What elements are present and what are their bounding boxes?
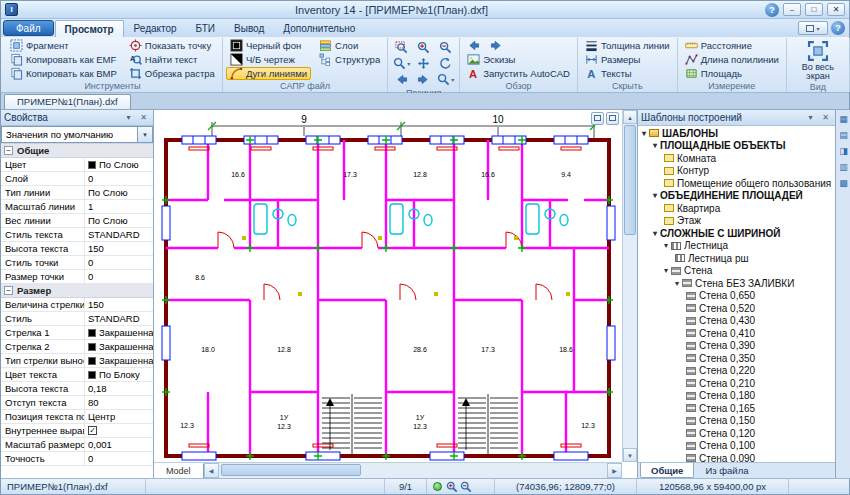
property-row[interactable]: Стиль текстаSTANDARD — [1, 228, 153, 242]
tab-common[interactable]: Общие — [640, 463, 694, 478]
tab-bti[interactable]: БТИ — [187, 20, 224, 37]
property-value[interactable]: 0 — [85, 270, 153, 283]
property-value[interactable]: 80 — [85, 396, 153, 409]
tree-item[interactable]: Помещение общего пользования — [638, 177, 835, 190]
checkbox[interactable]: ✓ — [88, 426, 97, 435]
tree-item[interactable]: ▾Стена БЕЗ ЗАЛИВКИ — [638, 277, 835, 290]
property-row[interactable]: Величина стрелки150 — [1, 298, 153, 312]
expand-arrow-icon[interactable]: ▾ — [664, 266, 668, 275]
skin-select-button[interactable]: ▾ — [798, 21, 828, 35]
back-button[interactable] — [463, 39, 484, 52]
expand-arrow-icon[interactable]: ▾ — [653, 141, 657, 150]
tree-item[interactable]: Комната — [638, 152, 835, 165]
scroll-left-arrow[interactable]: ◀ — [204, 463, 219, 478]
property-row[interactable]: Тип стрелки выноскиЗакрашенная зам — [1, 354, 153, 368]
strip-rows-icon[interactable]: ▥ — [838, 161, 850, 173]
tree-item[interactable]: Стена 0,410 — [638, 327, 835, 340]
property-row[interactable]: Стиль точки0 — [1, 256, 153, 270]
expand-arrow-icon[interactable]: ▾ — [653, 191, 657, 200]
property-row[interactable]: СтильSTANDARD — [1, 312, 153, 326]
fullscreen-button[interactable]: Во весь экран — [790, 39, 846, 81]
expand-arrow-icon[interactable]: ▾ — [675, 279, 679, 288]
property-value[interactable]: STANDARD — [85, 228, 153, 241]
property-value[interactable]: Закрашенная зам — [85, 326, 153, 339]
tree-item[interactable]: Стена 0,165 — [638, 402, 835, 415]
tab-extra[interactable]: Дополнительно — [274, 20, 364, 37]
tree-item[interactable]: Стена 0,100 — [638, 440, 835, 453]
property-value[interactable]: STANDARD — [85, 312, 153, 325]
tree-item[interactable]: Стена 0,390 — [638, 340, 835, 353]
horizontal-scroll-thumb[interactable] — [221, 464, 361, 476]
panel-close-icon[interactable]: ✕ — [137, 112, 150, 124]
structure-button[interactable]: Структура — [315, 53, 384, 66]
property-row[interactable]: Вес линииПо Слою — [1, 214, 153, 228]
file-menu-button[interactable]: Файл — [3, 20, 54, 36]
strip-hatch-icon[interactable]: ▩ — [838, 177, 850, 189]
crop-raster-button[interactable]: Обрезка растра — [125, 67, 219, 80]
property-value[interactable]: По Блоку — [85, 368, 153, 381]
property-group-row[interactable]: −Размер — [1, 284, 153, 298]
layers-button[interactable]: Слои — [315, 39, 384, 52]
tab-view[interactable]: Просмотр — [55, 20, 124, 37]
property-row[interactable]: Точность0 — [1, 452, 153, 466]
panel-close-icon[interactable]: ✕ — [819, 112, 832, 124]
strip-grid-icon[interactable]: ▦ — [838, 113, 850, 125]
zoom-out-icon[interactable] — [460, 481, 472, 493]
tree-item[interactable]: Стена 0,520 — [638, 302, 835, 315]
property-row[interactable]: Стрелка 1Закрашенная зам — [1, 326, 153, 340]
tree-item[interactable]: Квартира — [638, 202, 835, 215]
property-row[interactable]: ЦветПо Слою — [1, 158, 153, 172]
tree-item[interactable]: Стена 0,220 — [638, 365, 835, 378]
dimensions-button[interactable]: Размеры — [581, 53, 674, 66]
property-row[interactable]: Масштаб линии1 — [1, 200, 153, 214]
panel-menu-icon[interactable]: ▾ — [804, 112, 817, 124]
tree-item[interactable]: ▾Стена — [638, 265, 835, 278]
property-row[interactable]: Позиция текста поЦентр — [1, 410, 153, 424]
zoom-in-button[interactable] — [413, 40, 434, 55]
property-value[interactable]: Закрашенная зам — [85, 354, 153, 367]
property-value[interactable]: 0,001 — [85, 438, 153, 451]
property-row[interactable]: Цвет текстаПо Блоку — [1, 368, 153, 382]
zoom-in-icon[interactable] — [446, 481, 458, 493]
refresh-view-button[interactable] — [435, 56, 456, 71]
bw-drawing-button[interactable]: Ч/Б чертеж — [226, 53, 311, 66]
scroll-down-arrow[interactable]: ▼ — [623, 448, 637, 462]
forward-button[interactable] — [486, 39, 507, 52]
tree-item[interactable]: Стена 0,430 — [638, 315, 835, 328]
close-button[interactable]: ✕ — [827, 3, 845, 16]
scroll-up-arrow[interactable]: ▲ — [623, 110, 637, 124]
property-value[interactable]: ✓ — [85, 424, 153, 437]
area-button[interactable]: Площадь — [681, 67, 783, 80]
property-row[interactable]: Внутреннее выравнивание✓ — [1, 424, 153, 438]
tree-item[interactable]: Стена 0,120 — [638, 427, 835, 440]
copy-emf-button[interactable]: Копировать как EMF — [6, 53, 121, 66]
tree-item[interactable]: ▾ОБЪЕДИНЕНИЕ ПЛОЩАДЕЙ — [638, 190, 835, 203]
property-row[interactable]: Высота текста0,18 — [1, 382, 153, 396]
property-value[interactable]: 0 — [85, 452, 153, 465]
drawing-canvas[interactable]: 91016.617.312.816.69.48.618.012.828.617.… — [154, 110, 638, 478]
tree-item[interactable]: Этаж — [638, 215, 835, 228]
property-value[interactable]: 0 — [85, 256, 153, 269]
tree-item[interactable]: Лестница рш — [638, 252, 835, 265]
property-value[interactable]: 1 — [85, 200, 153, 213]
property-value[interactable]: По Слою — [85, 214, 153, 227]
model-tab[interactable]: Model — [154, 463, 204, 478]
tree-item[interactable]: Стена 0,180 — [638, 390, 835, 403]
tab-from-file[interactable]: Из файла — [695, 463, 758, 478]
zoom-scale-button[interactable]: ▾ — [435, 72, 456, 87]
property-row[interactable]: Стрелка 2Закрашенная зам — [1, 340, 153, 354]
panel-menu-icon[interactable]: ▾ — [122, 112, 135, 124]
property-row[interactable]: Масштаб размеров0,001 — [1, 438, 153, 452]
strip-split-icon[interactable]: ◨ — [838, 145, 850, 157]
zoom-extents-button[interactable]: ▾ — [391, 56, 412, 71]
property-row[interactable]: Размер точки0 — [1, 270, 153, 284]
document-tab[interactable]: ПРИМЕР№1(План).dxf — [4, 94, 131, 109]
run-autocad-button[interactable]: Запустить AutoCAD — [463, 67, 574, 80]
arcs-as-lines-button[interactable]: Дуги линиями — [226, 67, 311, 80]
property-preset-dropdown[interactable]: Значения по умолчанию ▾ — [1, 126, 153, 143]
view-next-button[interactable] — [413, 72, 434, 87]
find-text-button[interactable]: Найти текст — [125, 53, 219, 66]
canvas-options-button[interactable] — [606, 112, 619, 125]
zoom-out-button[interactable] — [435, 40, 456, 55]
property-value[interactable]: Закрашенная зам — [85, 340, 153, 353]
